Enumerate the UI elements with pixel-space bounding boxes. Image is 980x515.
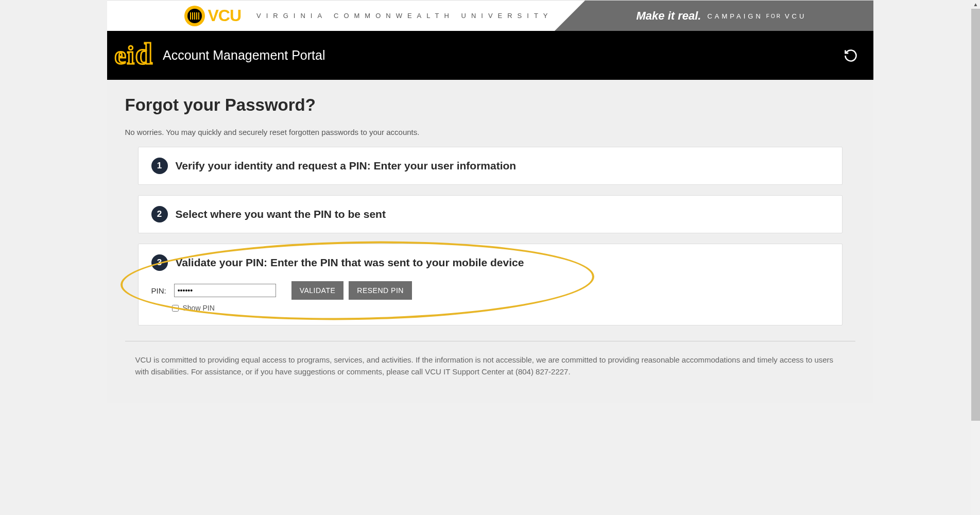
show-pin-label: Show PIN: [183, 304, 215, 312]
refresh-icon[interactable]: [844, 48, 858, 63]
campaign-label: CAMPAIGN: [707, 12, 763, 20]
page-wrapper: VCU VIRGINIA COMMONWEALTH UNIVERSITY Mak…: [107, 0, 873, 403]
campaign-vcu: VCU: [785, 12, 806, 20]
step-panel-3: 3 Validate your PIN: Enter the PIN that …: [138, 244, 843, 325]
campaign-banner[interactable]: Make it real. CAMPAIGN FOR VCU: [585, 1, 873, 31]
step-panel-2[interactable]: 2 Select where you want the PIN to be se…: [138, 195, 843, 233]
step-title-2: Select where you want the PIN to be sent: [176, 208, 386, 220]
footer-accessibility-text: VCU is committed to providing equal acce…: [125, 354, 855, 393]
footer-divider: [125, 341, 855, 341]
brand-bar: VCU VIRGINIA COMMONWEALTH UNIVERSITY Mak…: [107, 0, 873, 31]
page-subtitle: No worries. You may quickly and securely…: [125, 128, 855, 136]
scrollbar[interactable]: ▲: [971, 0, 980, 403]
step-number-2: 2: [151, 206, 168, 222]
scroll-up-icon[interactable]: ▲: [971, 0, 980, 9]
portal-title: Account Management Portal: [163, 48, 325, 63]
resend-pin-button[interactable]: RESEND PIN: [349, 281, 412, 300]
eid-logo[interactable]: eid: [115, 38, 152, 73]
page-title: Forgot your Password?: [125, 95, 855, 115]
step-title-1: Verify your identity and request a PIN: …: [176, 160, 517, 172]
show-pin-checkbox[interactable]: [172, 305, 179, 312]
step-number-1: 1: [151, 158, 168, 174]
campaign-tagline: Make it real.: [637, 9, 701, 23]
campaign-for: FOR: [766, 13, 782, 19]
pin-input[interactable]: [174, 284, 276, 297]
vcu-logo-text: VCU: [208, 6, 242, 25]
vcu-seal-icon: [184, 6, 205, 26]
pin-label: PIN:: [151, 286, 166, 295]
step-title-3: Validate your PIN: Enter the PIN that wa…: [176, 256, 524, 269]
main-content: Forgot your Password? No worries. You ma…: [107, 80, 873, 403]
steps-container: 1 Verify your identity and request a PIN…: [125, 147, 855, 325]
step-panel-1[interactable]: 1 Verify your identity and request a PIN…: [138, 147, 843, 185]
step-number-3: 3: [151, 254, 168, 271]
validate-button[interactable]: VALIDATE: [291, 281, 344, 300]
portal-header: eid Account Management Portal: [107, 31, 873, 80]
show-pin-row: Show PIN: [172, 304, 829, 312]
vcu-fullname: VIRGINIA COMMONWEALTH UNIVERSITY: [256, 12, 553, 20]
vcu-logo[interactable]: VCU: [184, 6, 242, 26]
scroll-thumb[interactable]: [971, 9, 980, 403]
pin-form: PIN: VALIDATE RESEND PIN: [151, 281, 829, 300]
